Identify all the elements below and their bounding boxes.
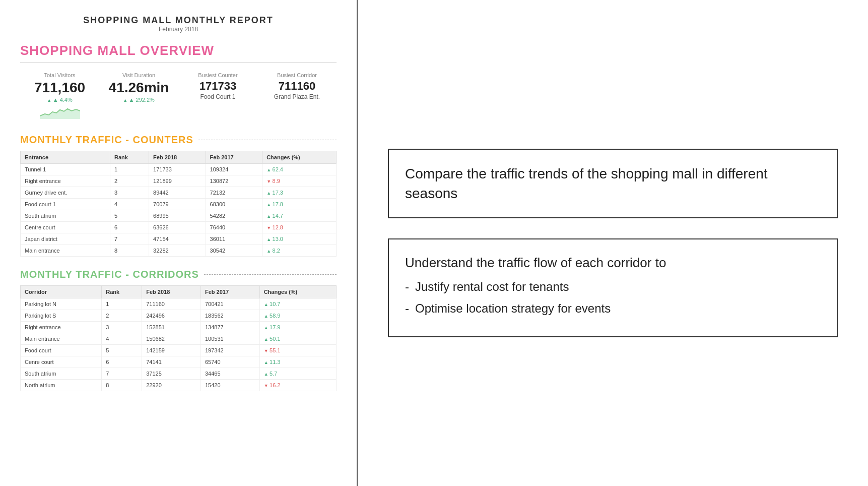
cell-rank: 5 — [110, 210, 149, 221]
cell-feb2017: 134877 — [201, 321, 259, 333]
cell-rank: 1 — [102, 298, 142, 310]
corridors-title: MONTHLY TRAFFIC - CORRIDORS — [20, 269, 199, 280]
cell-rank: 6 — [110, 221, 149, 233]
cell-rank: 7 — [110, 233, 149, 245]
overview-stats: Total Visitors 711,160 ▲ 4.4% Visit Dura… — [20, 72, 337, 119]
left-panel: SHOPPING MALL MONTHLY REPORT February 20… — [0, 0, 358, 486]
col-feb2017: Feb 2017 — [206, 151, 262, 163]
cell-rank: 8 — [110, 245, 149, 256]
arrow-up-icon — [47, 97, 52, 103]
cell-feb2018: 89442 — [149, 187, 206, 198]
cell-feb2017: 76440 — [206, 221, 262, 233]
cell-change: 17.9 — [259, 321, 336, 333]
cell-entrance: Japan district — [21, 233, 110, 245]
table-row: Parking lot S 2 242496 183562 58.9 — [21, 310, 337, 321]
cell-feb2017: 36011 — [206, 233, 262, 245]
cell-entrance: Main entrance — [21, 245, 110, 256]
cell-feb2018: 22920 — [142, 379, 201, 391]
col-feb2018: Feb 2018 — [149, 151, 206, 163]
table-row: South atrium 5 68995 54282 14.7 — [21, 210, 337, 221]
cell-rank: 1 — [110, 163, 149, 175]
callout-2-list: Justify rental cost for tenants Optimise… — [405, 278, 821, 317]
cell-entrance: South atrium — [21, 210, 110, 221]
table-row: Tunnel 1 1 171733 109324 62.4 — [21, 163, 337, 175]
stat-value-counter: 171733 — [178, 80, 257, 92]
cell-feb2018: 152851 — [142, 321, 201, 333]
stat-busiest-corridor: Busiest Corridor 711160 Grand Plaza Ent. — [257, 72, 337, 119]
stat-label-counter: Busiest Counter — [178, 72, 257, 78]
cell-change: 17.3 — [262, 187, 337, 198]
cell-change: 55.1 — [259, 344, 336, 356]
right-panel: Compare the traffic trends of the shoppi… — [358, 0, 868, 486]
table-row: North atrium 8 22920 15420 16.2 — [21, 379, 337, 391]
table-row: Cenre court 6 74141 65740 11.3 — [21, 356, 337, 368]
stat-value-duration: 41.26min — [99, 80, 178, 96]
mini-sparkline — [40, 105, 80, 119]
cell-entrance: Centre court — [21, 221, 110, 233]
col-feb2017: Feb 2017 — [201, 285, 259, 298]
cell-feb2017: 700421 — [201, 298, 259, 310]
report-subtitle: February 2018 — [20, 26, 337, 33]
col-feb2018: Feb 2018 — [142, 285, 201, 298]
cell-feb2018: 171733 — [149, 163, 206, 175]
stat-total-visitors: Total Visitors 711,160 ▲ 4.4% — [20, 72, 99, 119]
table-row: Right entrance 3 152851 134877 17.9 — [21, 321, 337, 333]
cell-rank: 2 — [102, 310, 142, 321]
col-rank: Rank — [102, 285, 142, 298]
cell-rank: 3 — [102, 321, 142, 333]
cell-corridor: Cenre court — [21, 356, 102, 368]
table-row: Centre court 6 63626 76440 12.8 — [21, 221, 337, 233]
overview-section: SHOPPING MALL OVERVIEW Total Visitors 71… — [20, 43, 337, 119]
cell-change: 50.1 — [259, 333, 336, 344]
col-rank: Rank — [110, 151, 149, 163]
table-row: Main entrance 8 32282 30542 8.2 — [21, 245, 337, 256]
cell-corridor: Main entrance — [21, 333, 102, 344]
cell-change: 13.0 — [262, 233, 337, 245]
table-row: Gurney drive ent. 3 89442 72132 17.3 — [21, 187, 337, 198]
stat-sub-corridor: Grand Plaza Ent. — [257, 93, 337, 100]
cell-corridor: Parking lot N — [21, 298, 102, 310]
table-row: Main entrance 4 150682 100531 50.1 — [21, 333, 337, 344]
stat-visit-duration: Visit Duration 41.26min ▲ 292.2% — [99, 72, 178, 119]
stat-change-visitors: ▲ 4.4% — [20, 97, 99, 103]
cell-rank: 6 — [102, 356, 142, 368]
cell-entrance: Gurney drive ent. — [21, 187, 110, 198]
stat-label-visitors: Total Visitors — [20, 72, 99, 78]
cell-feb2017: 109324 — [206, 163, 262, 175]
corridors-section: MONTHLY TRAFFIC - CORRIDORS Corridor Ran… — [20, 269, 337, 391]
cell-rank: 5 — [102, 344, 142, 356]
cell-rank: 8 — [102, 379, 142, 391]
cell-entrance: Right entrance — [21, 175, 110, 187]
cell-rank: 4 — [110, 198, 149, 210]
counters-section: MONTHLY TRAFFIC - COUNTERS Entrance Rank… — [20, 134, 337, 257]
col-changes: Changes (%) — [259, 285, 336, 298]
cell-feb2017: 54282 — [206, 210, 262, 221]
cell-feb2018: 32282 — [149, 245, 206, 256]
cell-feb2017: 65740 — [201, 356, 259, 368]
cell-change: 62.4 — [262, 163, 337, 175]
cell-rank: 4 — [102, 333, 142, 344]
cell-feb2017: 68300 — [206, 198, 262, 210]
stat-value-visitors: 711,160 — [20, 80, 99, 96]
cell-feb2018: 70079 — [149, 198, 206, 210]
callout-box-1: Compare the traffic trends of the shoppi… — [388, 149, 838, 218]
cell-feb2018: 74141 — [142, 356, 201, 368]
cell-change: 17.8 — [262, 198, 337, 210]
counters-divider-line — [198, 140, 337, 140]
corridors-table-header: Corridor Rank Feb 2018 Feb 2017 Changes … — [21, 285, 337, 298]
cell-rank: 7 — [102, 368, 142, 379]
callout-1-text: Compare the traffic trends of the shoppi… — [405, 166, 768, 201]
table-row: South atrium 7 37125 34465 5.7 — [21, 368, 337, 379]
cell-rank: 2 — [110, 175, 149, 187]
cell-change: 8.2 — [262, 245, 337, 256]
cell-feb2017: 100531 — [201, 333, 259, 344]
counters-header: MONTHLY TRAFFIC - COUNTERS — [20, 134, 337, 146]
col-changes: Changes (%) — [262, 151, 337, 163]
cell-entrance: Tunnel 1 — [21, 163, 110, 175]
cell-feb2017: 183562 — [201, 310, 259, 321]
cell-corridor: South atrium — [21, 368, 102, 379]
stat-change-duration: ▲ 292.2% — [99, 97, 178, 103]
table-row: Food court 1 4 70079 68300 17.8 — [21, 198, 337, 210]
table-row: Food court 5 142159 197342 55.1 — [21, 344, 337, 356]
col-corridor: Corridor — [21, 285, 102, 298]
